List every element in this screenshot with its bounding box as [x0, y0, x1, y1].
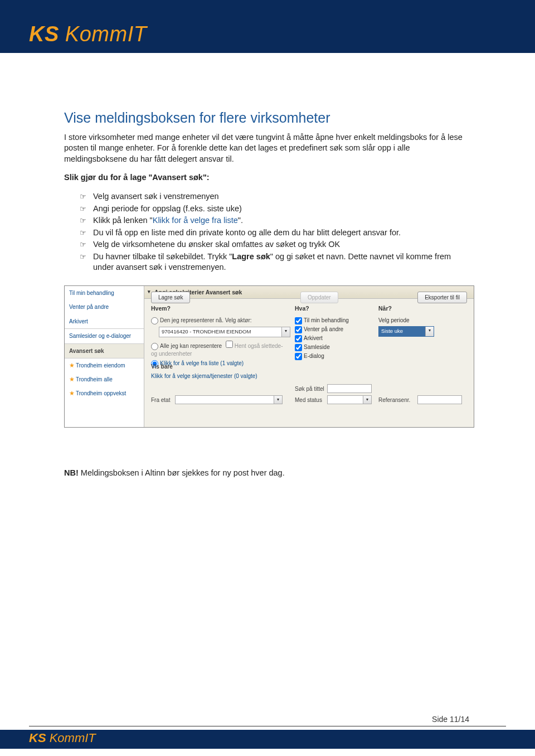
radio-input[interactable] — [151, 343, 158, 350]
header-bar: KS KommIT — [0, 12, 535, 53]
label-med-status: Med status — [295, 396, 322, 404]
label-referansenr: Referansenr. — [378, 396, 410, 404]
button-lagre-sok[interactable]: Lagre søk — [151, 292, 190, 304]
radio-representerer-na[interactable]: Den jeg representerer nå. Velg aktør: — [151, 317, 290, 324]
section-title: Vise meldingsboksen for flere virksomhet… — [64, 109, 471, 128]
checkbox-hent-slettede[interactable] — [226, 341, 233, 348]
bullet-item: Velg avansert søk i venstremenyen — [80, 191, 471, 202]
chevron-down-icon[interactable]: ▾ — [425, 327, 434, 336]
label-nar: Når? — [378, 304, 462, 312]
select-med-status[interactable]: ▾ — [327, 395, 372, 404]
label-hvem: Hvem? — [151, 304, 290, 312]
bullet-item: Du havner tilbake til søkebildet. Trykk … — [80, 251, 471, 273]
document-body: Vise meldingsboksen for flere virksomhet… — [0, 53, 535, 479]
button-eksporter[interactable]: Eksporter til fil — [417, 292, 467, 304]
chk-venter-pa-andre[interactable]: Venter på andre — [295, 326, 373, 333]
select-fra-etat[interactable]: ▾ — [175, 395, 283, 404]
bullet-item: Klikk på lenken "Klikk for å velge fra l… — [80, 215, 471, 226]
button-oppdater[interactable]: Oppdater — [300, 292, 338, 304]
input-sok-tittel[interactable] — [327, 384, 372, 393]
bullet-item: Du vil få opp en liste med din private k… — [80, 227, 471, 239]
bullet-list: Velg avansert søk i venstremenyen Angi p… — [64, 191, 471, 273]
star-icon: ★ — [69, 362, 75, 369]
star-icon: ★ — [69, 376, 75, 382]
label-velg-periode: Velg periode — [378, 317, 462, 324]
label-sok-tittel: Søk på tittel — [295, 385, 324, 393]
howto-lead: Slik gjør du for å lage "Avansert søk": — [64, 172, 471, 183]
sidebar-fav-trondheim-oppvekst[interactable]: ★Trondheim oppvekst — [65, 386, 144, 400]
period-select[interactable]: Siste uke ▾ — [378, 326, 434, 337]
sidebar-fav-trondheim-alle[interactable]: ★Trondheim alle — [65, 372, 144, 386]
footer: KS KommIT — [0, 726, 535, 756]
sidebar-fav-trondheim-eiendom[interactable]: ★Trondheim eiendom — [65, 358, 144, 372]
bullet-item: Velg de virksomhetene du ønsker skal omf… — [80, 239, 471, 250]
header-logo: KS KommIT — [29, 22, 513, 46]
sidebar-item-arkivert[interactable]: Arkivert — [65, 314, 144, 329]
header-logo-prefix: KS — [29, 22, 59, 46]
sidebar-item-til-min-behandling[interactable]: Til min behandling — [65, 286, 144, 301]
embedded-screenshot: Til min behandling Venter på andre Arkiv… — [64, 285, 474, 428]
bullet-item: Angi periode for oppslag (f.eks. siste u… — [80, 203, 471, 215]
entity-select[interactable]: 970416420 - TRONDHEIM EIENDOM ▾ — [159, 327, 290, 337]
nb-paragraph: NB! Meldingsboksen i Altinn bør sjekkes … — [64, 468, 471, 479]
ss-main-panel: Angi søkekriterier Avansert søk Hvem? De… — [144, 286, 474, 427]
chevron-down-icon[interactable]: ▾ — [281, 327, 290, 337]
chevron-down-icon[interactable]: ▾ — [363, 396, 371, 404]
label-vis-bare: Vis bare — [151, 363, 257, 371]
page-number: Side 11/14 — [432, 715, 469, 724]
inline-link-text: Klikk for å velge fra liste — [153, 216, 238, 225]
intro-paragraph: I store virksomheter med mange enheter v… — [64, 132, 471, 165]
radio-input[interactable] — [151, 317, 158, 324]
chk-samleside[interactable]: Samleside — [295, 343, 373, 351]
ss-sidebar: Til min behandling Venter på andre Arkiv… — [65, 286, 144, 427]
chk-til-min-behandling[interactable]: Til min behandling — [295, 317, 373, 324]
chevron-down-icon[interactable]: ▾ — [274, 396, 282, 404]
link-velg-skjema[interactable]: Klikk for å velge skjema/tjenester (0 va… — [151, 373, 257, 379]
top-stripe — [0, 0, 535, 12]
footer-logo: KS KommIT — [29, 731, 96, 745]
star-icon: ★ — [69, 390, 75, 396]
header-logo-rest: KommIT — [59, 22, 147, 46]
label-fra-etat: Fra etat — [151, 396, 170, 404]
chk-arkivert[interactable]: Arkivert — [295, 335, 373, 342]
sidebar-section-avansert-sok: Avansert søk — [65, 343, 144, 359]
input-referansenr[interactable] — [417, 395, 462, 404]
label-hva: Hva? — [295, 304, 373, 312]
sidebar-item-samlesider[interactable]: Samlesider og e-dialoger — [65, 329, 144, 343]
radio-alle-jeg-kan[interactable]: Alle jeg kan representere Hent også slet… — [151, 341, 290, 357]
sidebar-item-venter-pa-andre[interactable]: Venter på andre — [65, 300, 144, 314]
chk-edialog[interactable]: E-dialog — [295, 352, 373, 360]
